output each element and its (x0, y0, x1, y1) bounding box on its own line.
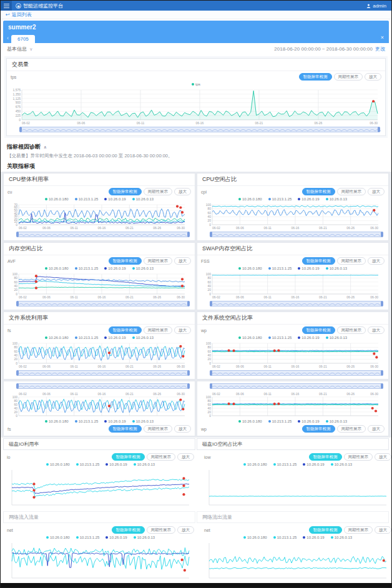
zoom-button[interactable]: 放大 (177, 526, 194, 534)
legend-item[interactable]: 10.213.1.25 (76, 536, 100, 539)
periodic-view-button[interactable]: 周期性展示 (144, 326, 173, 335)
zoom-button[interactable]: 放大 (375, 453, 391, 461)
legend-item[interactable]: 10.26.0.19 (298, 419, 319, 423)
line-chart[interactable] (7, 468, 194, 507)
datazoom-brush[interactable] (16, 370, 190, 376)
anomaly-detect-button[interactable]: 智能异常检测 (109, 326, 142, 335)
change-date-link[interactable]: 更改 (375, 46, 385, 52)
periodic-view-button[interactable]: 周期性展示 (337, 188, 366, 196)
legend-item[interactable]: 10.213.1.25 (273, 463, 297, 466)
tab-prev-icon[interactable]: ‹ (7, 35, 9, 41)
anomaly-detect-button[interactable]: 智能异常检测 (309, 453, 342, 461)
brush-handle-right[interactable] (187, 301, 190, 306)
legend-item[interactable]: 10.26.0.19 (104, 267, 125, 270)
zoom-button[interactable]: 放大 (375, 526, 391, 534)
legend-item[interactable]: 10.26.0.180 (46, 536, 70, 539)
anomaly-detect-button[interactable]: 智能异常检测 (299, 73, 332, 81)
periodic-view-button[interactable]: 周期性展示 (337, 326, 366, 335)
legend-item[interactable]: 10.26.0.19 (303, 536, 324, 539)
legend-item[interactable]: 10.26.0.19 (105, 536, 127, 539)
brush-handle-right[interactable] (381, 232, 383, 237)
legend-item[interactable]: 10.26.0.19 (104, 419, 125, 423)
basic-info-toggle[interactable]: 基本信息 ∨ (7, 46, 32, 52)
zoom-button[interactable]: 放大 (177, 453, 194, 461)
datazoom-brush[interactable] (19, 127, 380, 132)
datazoom-brush[interactable] (210, 301, 383, 306)
legend-item[interactable]: 10.26.0.180 (238, 419, 262, 423)
line-chart[interactable]: 70605040302010006-0206-0606-1106-1606-21… (7, 203, 190, 230)
zoom-button[interactable]: 放大 (174, 188, 191, 196)
periodic-view-button[interactable]: 周期性展示 (144, 425, 173, 433)
line-chart[interactable]: 1,5751,3501,125900675450225006-0206-0606… (11, 88, 383, 125)
legend-item[interactable]: 10.26.0.180 (243, 463, 267, 466)
periodic-view-button[interactable]: 周期性展示 (144, 188, 173, 196)
legend-item[interactable]: 10.26.0.13 (326, 419, 347, 423)
legend-item[interactable]: 10.26.0.180 (45, 267, 69, 270)
legend-item[interactable]: 10.26.0.19 (298, 336, 319, 340)
datazoom-brush[interactable] (16, 301, 190, 306)
line-chart[interactable]: 10080604020006-0206-0606-1106-1606-2106-… (201, 341, 383, 369)
legend-item[interactable]: 10.26.0.13 (132, 419, 154, 423)
anomaly-detect-button[interactable]: 智能异常检测 (302, 188, 335, 196)
section-title[interactable]: 指标根因诊断 ∧ (7, 143, 385, 151)
brush-handle-right[interactable] (378, 127, 380, 132)
legend-item[interactable]: 10.26.0.13 (132, 336, 154, 340)
legend-item[interactable]: 10.213.1.25 (75, 197, 99, 201)
legend-item[interactable]: tps (192, 82, 200, 86)
line-chart[interactable]: 10080604020006-0206-0606-1106-1606-2106-… (201, 203, 383, 230)
line-chart[interactable] (204, 468, 391, 507)
periodic-view-button[interactable]: 周期性展示 (344, 453, 373, 461)
legend-item[interactable]: 10.213.1.25 (273, 536, 297, 539)
brush-handle-right[interactable] (381, 370, 383, 376)
anomaly-detect-button[interactable]: 智能异常检测 (302, 326, 335, 335)
legend-item[interactable]: 10.26.0.13 (132, 197, 154, 201)
line-chart[interactable] (7, 541, 194, 580)
datazoom-brush[interactable] (16, 383, 190, 389)
legend-item[interactable]: 10.26.0.13 (134, 463, 155, 466)
anomaly-detect-button[interactable]: 智能异常检测 (112, 526, 145, 534)
legend-item[interactable]: 10.26.0.13 (326, 336, 347, 340)
anomaly-detect-button[interactable]: 智能异常检测 (302, 257, 335, 265)
zoom-button[interactable]: 放大 (368, 188, 385, 196)
zoom-button[interactable]: 放大 (174, 425, 191, 433)
legend-item[interactable]: 10.26.0.19 (104, 336, 125, 340)
anomaly-detect-button[interactable]: 智能异常检测 (302, 425, 335, 433)
legend-item[interactable]: 10.26.0.13 (132, 267, 154, 270)
legend-item[interactable]: 10.26.0.13 (134, 536, 155, 539)
periodic-view-button[interactable]: 周期性展示 (144, 257, 173, 265)
periodic-view-button[interactable]: 周期性展示 (344, 526, 373, 534)
legend-item[interactable]: 10.26.0.180 (238, 336, 262, 340)
anomaly-detect-button[interactable]: 智能异常检测 (309, 526, 342, 534)
legend-item[interactable]: 10.213.1.25 (268, 267, 292, 270)
legend-item[interactable]: 10.26.0.180 (238, 197, 262, 201)
legend-item[interactable]: 10.213.1.25 (268, 336, 292, 340)
legend-item[interactable]: 10.26.0.180 (45, 419, 69, 423)
legend-item[interactable]: 10.26.0.180 (45, 197, 69, 201)
line-chart[interactable]: 10080604020006-0206-0606-1106-1606-2106-… (201, 390, 383, 418)
hamburger-menu-icon[interactable] (1, 1, 12, 11)
legend-item[interactable]: 10.26.0.13 (331, 536, 352, 539)
brush-handle-right[interactable] (187, 383, 190, 389)
zoom-button[interactable]: 放大 (174, 257, 191, 265)
zoom-button[interactable]: 放大 (368, 326, 385, 335)
tab-6705[interactable]: 6705 (11, 35, 35, 43)
legend-item[interactable]: 10.213.1.25 (268, 419, 292, 423)
brush-handle-right[interactable] (381, 301, 383, 306)
legend-item[interactable]: 10.213.1.25 (75, 267, 99, 270)
legend-item[interactable]: 10.26.0.19 (298, 267, 319, 270)
legend-item[interactable]: 10.26.0.19 (105, 463, 127, 466)
line-chart[interactable]: 10080604020006-0206-0606-1106-1606-2106-… (7, 272, 190, 300)
line-chart[interactable]: 10080604020006-0206-0606-1106-1606-2106-… (7, 341, 190, 369)
line-chart[interactable] (204, 541, 391, 580)
zoom-button[interactable]: 放大 (368, 425, 385, 433)
datazoom-brush[interactable] (210, 232, 383, 237)
brush-handle-right[interactable] (187, 232, 190, 237)
datazoom-brush[interactable] (210, 383, 383, 389)
legend-item[interactable]: 10.26.0.180 (238, 267, 262, 270)
brush-handle-right[interactable] (187, 370, 190, 376)
datazoom-brush[interactable] (16, 232, 190, 237)
line-chart[interactable]: 10080604020006-0206-0606-1106-1606-2106-… (201, 272, 383, 300)
legend-item[interactable]: 10.213.1.25 (76, 463, 100, 466)
brush-handle-right[interactable] (381, 383, 383, 389)
legend-item[interactable]: 10.26.0.13 (326, 267, 347, 270)
